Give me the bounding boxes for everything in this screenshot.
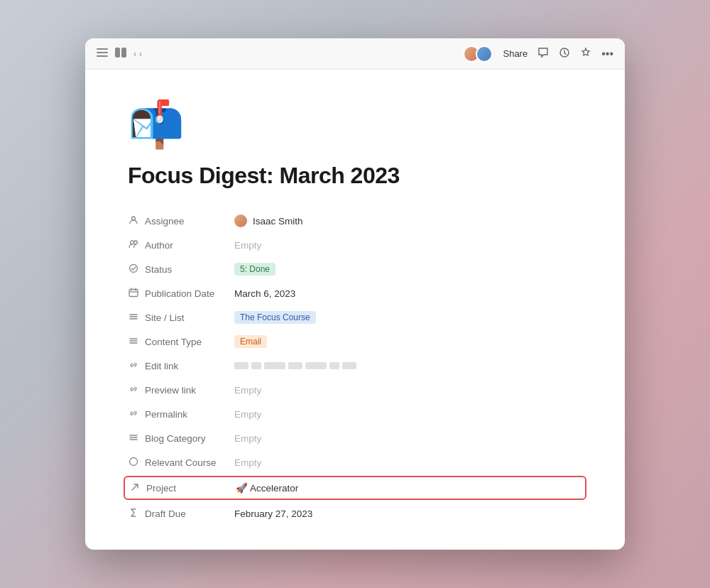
property-label-edit-link: Edit link [128, 360, 234, 372]
assignee-value: Isaac Smith [234, 214, 303, 227]
svg-point-9 [130, 264, 138, 272]
blur-1 [234, 362, 248, 369]
list-icon-3 [128, 432, 139, 445]
blog-category-value: Empty [234, 433, 261, 444]
author-icon [128, 239, 139, 251]
preview-link-label: Preview link [145, 385, 196, 396]
property-label-status: Status [128, 263, 234, 276]
property-label-relevant-course: Relevant Course [128, 457, 234, 469]
assignee-avatar [234, 214, 247, 227]
property-row-preview-link[interactable]: Preview link Empty [128, 378, 582, 402]
content-type-tag[interactable]: Email [234, 335, 267, 348]
assignee-icon [128, 215, 139, 227]
list-icon-1 [128, 312, 139, 324]
blur-5 [305, 362, 327, 369]
status-tag[interactable]: 5: Done [234, 263, 275, 276]
blur-4 [288, 362, 302, 369]
edit-link-value [234, 362, 356, 369]
page-title[interactable]: Focus Digest: March 2023 [128, 163, 582, 189]
link-icon-1 [128, 360, 139, 372]
property-label-draft-due: Draft Due [128, 508, 234, 520]
property-row-publication-date[interactable]: Publication Date March 6, 2023 [128, 281, 582, 305]
content-type-value: Email [234, 335, 267, 348]
property-label-content-type: Content Type [128, 336, 234, 348]
nav-arrows: ‹ › [133, 49, 142, 59]
site-list-tag[interactable]: The Focus Course [234, 311, 316, 324]
permalink-label: Permalink [145, 409, 187, 420]
svg-point-6 [132, 217, 136, 220]
project-icon [129, 482, 141, 494]
publication-date-label: Publication Date [145, 288, 214, 299]
status-icon [128, 263, 139, 276]
svg-rect-3 [115, 48, 120, 58]
property-row-assignee[interactable]: Assignee Isaac Smith [128, 209, 582, 233]
site-list-label: Site / List [145, 312, 185, 323]
property-row-blog-category[interactable]: Blog Category Empty [128, 426, 582, 450]
collaborators-avatars [463, 45, 493, 62]
property-row-author[interactable]: Author Empty [128, 233, 582, 257]
property-row-site-list[interactable]: Site / List The Focus Course [128, 305, 582, 330]
svg-rect-4 [121, 48, 126, 58]
draft-due-value: February 27, 2023 [234, 508, 312, 519]
draft-due-label: Draft Due [145, 508, 186, 519]
comment-icon[interactable] [537, 47, 549, 61]
property-label-publication-date: Publication Date [128, 288, 234, 300]
properties-list: Assignee Isaac Smith [128, 209, 582, 526]
layout-toggle-icon[interactable] [115, 48, 126, 60]
share-button[interactable]: Share [503, 48, 528, 59]
property-row-edit-link[interactable]: Edit link [128, 354, 582, 378]
link-icon-3 [128, 408, 139, 420]
link-icon-2 [128, 384, 139, 396]
list-icon-2 [128, 336, 139, 348]
page-content: 📬 Focus Digest: March 2023 Assignee Is [85, 70, 625, 550]
page-emoji: 📬 [128, 98, 582, 151]
site-list-value: The Focus Course [234, 311, 316, 324]
nav-forward-icon[interactable]: › [139, 49, 142, 59]
blur-3 [264, 362, 285, 369]
svg-rect-10 [129, 289, 138, 296]
assignee-label: Assignee [145, 216, 185, 227]
avatar-2 [476, 45, 493, 62]
property-row-project[interactable]: Project 🚀 Accelerator [124, 476, 586, 500]
titlebar: ‹ › Share [85, 38, 625, 70]
property-row-status[interactable]: Status 5: Done [128, 257, 582, 281]
property-label-assignee: Assignee [128, 215, 234, 227]
sidebar-toggle-icon[interactable] [97, 48, 108, 60]
svg-point-7 [131, 241, 134, 244]
status-value: 5: Done [234, 263, 275, 276]
history-icon[interactable] [559, 47, 570, 61]
content-type-label: Content Type [145, 337, 202, 347]
property-label-permalink: Permalink [128, 408, 234, 420]
edit-link-label: Edit link [145, 361, 178, 371]
blur-6 [329, 362, 339, 369]
more-options-icon[interactable]: ••• [601, 48, 613, 60]
preview-link-value: Empty [234, 385, 261, 396]
blurred-link [234, 362, 356, 369]
svg-rect-1 [97, 52, 108, 53]
relevant-course-label: Relevant Course [145, 457, 217, 468]
property-row-relevant-course[interactable]: Relevant Course Empty [128, 450, 582, 474]
sigma-icon [128, 508, 139, 520]
svg-rect-0 [97, 48, 108, 50]
blur-2 [251, 362, 261, 369]
author-value: Empty [234, 240, 261, 251]
property-row-content-type[interactable]: Content Type Email [128, 330, 582, 354]
relevant-course-value: Empty [234, 457, 261, 468]
nav-back-icon[interactable]: ‹ [133, 49, 136, 59]
svg-point-8 [134, 241, 138, 244]
publication-date-value: March 6, 2023 [234, 288, 295, 299]
star-icon[interactable] [580, 47, 591, 61]
property-label-preview-link: Preview link [128, 384, 234, 396]
property-label-author: Author [128, 239, 234, 251]
property-label-blog-category: Blog Category [128, 432, 234, 445]
author-label: Author [145, 240, 173, 251]
svg-rect-2 [97, 55, 108, 57]
titlebar-left: ‹ › [97, 48, 142, 60]
project-label: Project [146, 483, 176, 494]
property-row-permalink[interactable]: Permalink Empty [128, 402, 582, 426]
relevant-course-icon [128, 457, 139, 469]
property-row-draft-due[interactable]: Draft Due February 27, 2023 [128, 501, 582, 526]
app-window: ‹ › Share [85, 38, 625, 550]
project-value: 🚀 Accelerator [236, 482, 298, 494]
titlebar-right: Share ••• [463, 45, 613, 62]
